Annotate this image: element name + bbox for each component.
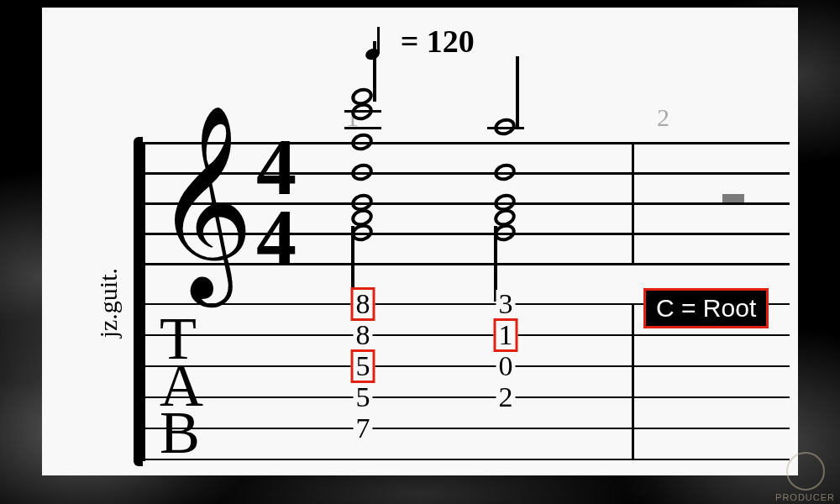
tab-barline-1 [632,303,634,459]
tab-fret: 1 [494,318,518,352]
tab-fret: 3 [496,290,516,318]
score-sheet: = 120 jz.guit. 𝄞 4 4 1 2 [42,5,798,475]
tab-fret: 5 [351,349,375,383]
tab-fret: 0 [496,352,516,381]
barline-1 [632,142,634,265]
tempo-equals: = [401,24,427,59]
root-note-label: C = Root [643,288,769,328]
system-bracket [134,137,143,466]
measure-number-2: 2 [657,103,669,132]
half-rest-icon [722,194,744,202]
treble-clef-icon: 𝄞 [155,118,254,286]
tab-fret: 8 [351,287,375,321]
watermark-logo: PRODUCER [775,452,835,502]
tab-barline-start [143,303,145,459]
tab-fret: 8 [354,321,373,349]
tab-letter-B: B [160,409,203,456]
tab-fret: 5 [354,383,373,412]
tab-staff: T A B 8 8 5 5 7 3 1 0 2 C = Root [143,303,790,461]
notation-staff: 𝄞 4 4 1 2 [143,142,790,266]
time-signature: 4 4 [256,132,297,273]
tab-clef: T A B [160,315,203,456]
tempo-marking: = 120 [42,23,798,60]
tab-fret: 7 [354,414,373,443]
instrument-label: jz.guit. [94,268,123,338]
tempo-bpm: 120 [427,24,475,59]
watermark-text: PRODUCER [775,492,835,502]
tab-fret: 2 [496,383,516,412]
time-sig-den: 4 [256,202,297,273]
